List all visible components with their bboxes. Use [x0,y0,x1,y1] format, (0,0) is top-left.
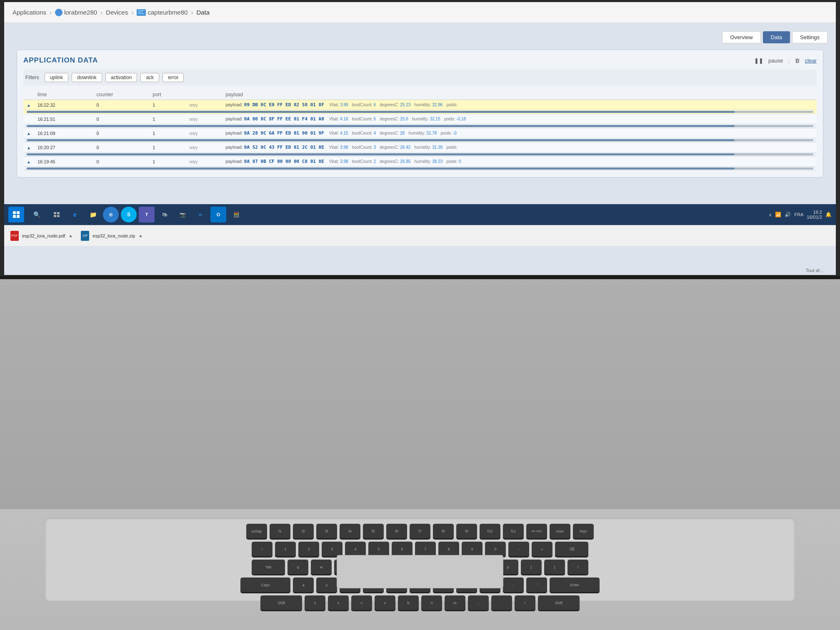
key-slash[interactable]: / [515,595,535,610]
more-apps[interactable]: 📷 [175,207,190,222]
key-esc[interactable]: echap [246,524,267,538]
tab-overview[interactable]: Overview [722,31,760,43]
key-semicolon[interactable]: ; [503,578,524,592]
key-8[interactable]: 8 [438,542,459,556]
filter-uplink[interactable]: uplink [45,73,68,82]
start-button[interactable] [8,207,24,222]
key-rbracket[interactable]: ] [544,560,565,574]
table-row[interactable]: ▲ 16:19:45 0 1 retry payload: 0A 87 0B C… [23,157,817,167]
key-9[interactable]: 9 [462,542,482,556]
key-v[interactable]: v [375,595,395,610]
clock[interactable]: 16:2 16/01/2 [807,210,822,220]
key-7[interactable]: 7 [415,542,436,556]
system-tray-arrow[interactable]: ∧ [769,212,772,217]
chrome-icon[interactable]: ⊕ [103,207,119,222]
breadcrumb-lorabme280[interactable]: lorabme280 [64,9,97,16]
teams-icon[interactable]: T [139,207,155,222]
key-quote[interactable]: ' [526,578,547,592]
filter-downlink[interactable]: downlink [72,73,102,82]
ie-icon[interactable]: e [67,207,83,222]
key-c[interactable]: c [351,595,372,610]
key-f9[interactable]: f9 [456,524,477,538]
store-icon[interactable]: 🛍 [157,207,172,222]
key-a[interactable]: a [293,578,314,592]
key-tab[interactable]: Tab [252,560,285,574]
key-4[interactable]: 4 [345,542,366,556]
breadcrumb-capteurbme80[interactable]: capteurbme80 [148,9,188,16]
clock-time: 16:2 [807,210,822,215]
key-2[interactable]: 2 [298,542,319,556]
key-z[interactable]: z [305,595,325,610]
key-x[interactable]: x [328,595,349,610]
key-caps[interactable]: Caps [240,578,290,592]
key-f6[interactable]: f6 [386,524,407,538]
task-view[interactable] [49,207,65,222]
tab-settings[interactable]: Settings [792,31,828,43]
key-f4[interactable]: f4 [340,524,360,538]
key-6[interactable]: 6 [392,542,412,556]
download-zip[interactable]: ZIP esp32_lora_node.zip ▲ [81,231,142,241]
key-f10[interactable]: f10 [480,524,500,538]
key-f3[interactable]: f3 [316,524,337,538]
key-q[interactable]: q [288,560,308,574]
key-insert[interactable]: inser [550,524,570,538]
network-icon[interactable]: 📶 [775,212,781,218]
key-shift-right[interactable]: Shift [538,595,580,610]
speaker-icon[interactable]: 🔊 [785,212,791,218]
filter-error[interactable]: error [162,73,184,82]
key-n[interactable]: n [421,595,442,610]
download-pdf[interactable]: PDF esp32_lora_node.pdf ▲ [10,231,72,241]
table-row[interactable]: ▲ 16:22:32 0 1 retry payload: 09 DB 0C E… [23,100,817,110]
key-b[interactable]: b [398,595,419,610]
key-shift-left[interactable]: Shift [260,595,302,610]
svg-rect-1 [17,211,20,214]
key-w[interactable]: w [311,560,332,574]
calculator-icon[interactable]: 🧮 [228,207,244,222]
row-time: 16:19:45 [34,157,93,167]
filter-activation[interactable]: activation [105,73,138,82]
skype-icon[interactable]: S [121,207,137,222]
search-taskbar[interactable]: 🔍 [26,207,47,222]
key-5[interactable]: 5 [368,542,389,556]
breadcrumb-devices[interactable]: Devices [106,9,128,16]
key-equals[interactable]: = [532,542,552,556]
key-f12[interactable]: ver num [526,524,547,538]
key-f2[interactable]: f2 [293,524,314,538]
key-backslash[interactable]: \ [568,560,588,574]
clear-button[interactable]: clear [805,58,817,64]
key-m[interactable]: m [445,595,465,610]
notification-icon[interactable]: 🔔 [825,212,832,218]
filter-ack[interactable]: ack [140,73,159,82]
table-row[interactable]: ▲ 16:20:27 0 1 retry payload: 0A 52 0C 4… [23,142,817,152]
key-period[interactable]: . [491,595,512,610]
scrollbar-row-4 [23,152,817,157]
key-print[interactable]: impr [573,524,594,538]
key-f7[interactable]: f7 [410,524,430,538]
key-f5[interactable]: f5 [363,524,384,538]
key-enter[interactable]: Enter [550,578,600,592]
key-lbracket[interactable]: [ [521,560,542,574]
outlook-icon[interactable]: O [210,207,226,222]
key-f11[interactable]: f11 [503,524,524,538]
file-explorer-icon[interactable]: 📁 [85,207,101,222]
breadcrumb-applications[interactable]: Applications [12,9,46,16]
key-f8[interactable]: f8 [433,524,454,538]
pdf-arrow[interactable]: ▲ [68,233,72,238]
key-f1[interactable]: f1 [270,524,290,538]
row-counter: 0 [93,128,149,138]
key-0[interactable]: 0 [485,542,506,556]
key-backspace[interactable]: ⌫ [555,542,588,556]
table-row[interactable]: ▲ 16:21:09 0 1 retry payload: 0A 28 0C 6… [23,128,817,138]
key-s[interactable]: s [316,578,337,592]
key-3[interactable]: 3 [322,542,342,556]
infinity-app[interactable]: ∞ [192,207,208,222]
key-minus[interactable]: - [508,542,529,556]
touchpad[interactable] [337,555,503,588]
pause-button[interactable]: pause [768,58,783,64]
tab-data[interactable]: Data [763,31,790,43]
key-1[interactable]: 1 [275,542,296,556]
table-row[interactable]: 16:21:51 0 1 retry payload: 0A 00 0C 8F … [23,114,817,124]
key-tilde[interactable]: ~ [252,542,272,556]
key-comma[interactable]: , [468,595,489,610]
zip-arrow[interactable]: ▲ [138,233,142,238]
